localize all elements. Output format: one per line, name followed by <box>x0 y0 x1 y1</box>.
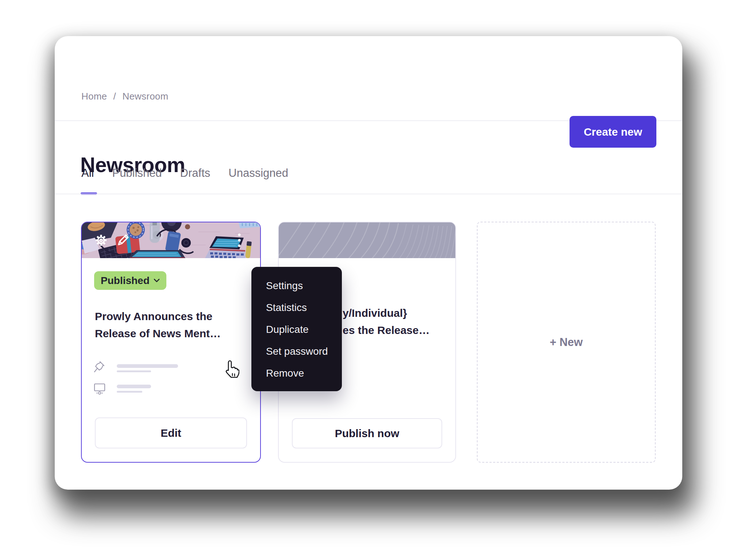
gear-icon[interactable] <box>94 233 108 249</box>
pin-icon <box>93 361 105 375</box>
skeleton-line <box>117 364 178 368</box>
tabs-divider <box>55 194 682 194</box>
card-title: Prowly Announces the Release of News Men… <box>95 308 227 342</box>
newsroom-card-selected[interactable]: Published Prowly Announces the Release o… <box>81 222 261 463</box>
create-new-button[interactable]: Create new <box>570 116 656 148</box>
monitor-icon <box>93 383 106 396</box>
menu-item-statistics[interactable]: Statistics <box>251 297 342 319</box>
skeleton-line <box>117 385 151 388</box>
card-title-fragment: y/Individual} <box>343 307 407 319</box>
card-cover-pattern <box>279 222 455 258</box>
skeleton-line <box>117 370 151 372</box>
menu-item-set-password[interactable]: Set password <box>251 341 342 362</box>
status-badge[interactable]: Published <box>94 271 166 290</box>
tab-published[interactable]: Published <box>112 167 162 180</box>
add-new-label: + New <box>550 336 583 349</box>
menu-item-remove[interactable]: Remove <box>251 362 342 384</box>
pencil-icon[interactable] <box>115 232 131 249</box>
menu-item-settings[interactable]: Settings <box>251 275 342 297</box>
breadcrumb-separator: / <box>113 91 116 102</box>
skeleton-line <box>117 391 142 393</box>
tab-bar: All Published Drafts Unassigned <box>81 167 288 180</box>
status-badge-label: Published <box>101 275 150 287</box>
breadcrumb: Home / Newsroom <box>81 91 168 102</box>
kebab-menu-icon[interactable] <box>238 233 241 251</box>
breadcrumb-current: Newsroom <box>122 91 168 102</box>
tab-drafts[interactable]: Drafts <box>180 167 211 180</box>
tab-all[interactable]: All <box>81 167 94 180</box>
card-cover-photo <box>82 222 260 258</box>
chevron-down-icon <box>154 279 160 283</box>
tab-unassigned[interactable]: Unassigned <box>228 167 288 180</box>
edit-button[interactable]: Edit <box>95 417 247 448</box>
publish-now-button[interactable]: Publish now <box>292 418 442 448</box>
newsroom-panel: Home / Newsroom Newsroom Create new All … <box>55 36 682 490</box>
card-title-fragment: es the Release… <box>343 324 429 337</box>
menu-item-duplicate[interactable]: Duplicate <box>251 319 342 341</box>
add-new-card[interactable]: + New <box>477 222 656 463</box>
card-context-menu: Settings Statistics Duplicate Set passwo… <box>251 267 342 391</box>
breadcrumb-home-link[interactable]: Home <box>81 91 107 102</box>
